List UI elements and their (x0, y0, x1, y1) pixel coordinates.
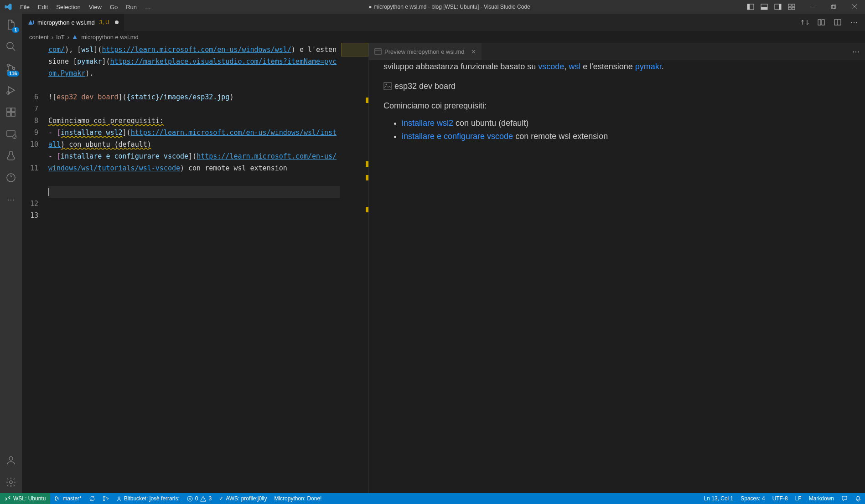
svg-rect-12 (832, 5, 836, 8)
svg-rect-11 (831, 5, 835, 9)
status-aws[interactable]: ✓ AWS: profile:j0lly (215, 493, 270, 504)
scm-badge: 116 (7, 71, 19, 77)
breadcrumb[interactable]: content › IoT › micropython e wsl.md (22, 31, 865, 43)
window-maximize-icon[interactable] (823, 0, 844, 14)
code-line[interactable]: - [installare e configurare vscode](http… (48, 150, 340, 174)
svg-rect-33 (384, 82, 391, 90)
activity-settings[interactable] (0, 471, 22, 493)
status-encoding[interactable]: UTF-8 (769, 493, 792, 504)
status-sync[interactable] (85, 493, 99, 504)
status-eol[interactable]: LF (792, 493, 805, 504)
svg-point-13 (7, 42, 13, 49)
minimap[interactable] (341, 43, 368, 493)
preview-link-vscode[interactable]: vscode (538, 62, 564, 71)
split-editor-icon[interactable] (831, 16, 844, 29)
code-line[interactable] (48, 79, 340, 91)
code-line[interactable]: ![esp32 dev board]({static}/images/esp32… (48, 91, 340, 103)
open-preview-side-icon[interactable] (815, 16, 828, 29)
close-tab-icon[interactable]: ✕ (471, 48, 476, 55)
preview-pane: Preview micropython e wsl.md ✕ ⋯ svilupp… (368, 43, 865, 493)
preview-link[interactable]: installare e configurare vscode (402, 132, 513, 141)
status-bitbucket[interactable]: Bitbucket: josè ferraris: (113, 493, 183, 504)
status-indentation[interactable]: Spaces: 4 (737, 493, 768, 504)
dirty-indicator-icon: ● (368, 4, 372, 10)
preview-link[interactable]: installare wsl2 (402, 118, 453, 128)
menu-file[interactable]: File (16, 0, 34, 14)
menu-view[interactable]: View (85, 0, 106, 14)
svg-rect-18 (7, 108, 10, 112)
menu-run[interactable]: Run (122, 0, 141, 14)
activity-explorer[interactable]: 1 (0, 14, 22, 36)
activity-pymakr[interactable] (0, 167, 22, 189)
tab-preview[interactable]: Preview micropython e wsl.md ✕ (369, 43, 482, 60)
menu-overflow[interactable]: … (141, 0, 155, 14)
status-feedback-icon[interactable] (838, 493, 851, 504)
preview-link-pymakr[interactable]: pymakr (635, 62, 662, 71)
window-title-text: micropython e wsl.md - blog [WSL: Ubuntu… (373, 4, 530, 10)
menu-edit[interactable]: Edit (34, 0, 52, 14)
window-minimize-icon[interactable] (802, 0, 823, 14)
code-line[interactable] (48, 174, 340, 186)
line-number: 8 (22, 115, 48, 127)
menu-selection[interactable]: Selection (52, 0, 84, 14)
svg-rect-21 (11, 108, 15, 112)
remote-icon (5, 495, 11, 502)
status-cursor-position[interactable]: Ln 13, Col 1 (700, 493, 737, 504)
svg-rect-27 (818, 20, 821, 25)
preview-more-icon[interactable]: ⋯ (852, 47, 860, 56)
activity-overflow[interactable]: ⋯ (0, 189, 22, 211)
status-git-graph[interactable] (99, 493, 113, 504)
toggle-secondary-sidebar-icon[interactable] (771, 3, 785, 10)
status-notifications-icon[interactable] (851, 493, 865, 504)
activity-extensions[interactable] (0, 101, 22, 123)
status-remote[interactable]: WSL: Ubuntu (0, 493, 50, 504)
activity-search[interactable] (0, 36, 22, 57)
code-line-current[interactable] (48, 186, 340, 198)
breadcrumb-item[interactable]: content (29, 34, 49, 41)
minimap-warning-mark (366, 175, 368, 180)
code-line[interactable]: - [installare wsl2](https://learn.micros… (48, 127, 340, 150)
markdown-file-icon (27, 19, 35, 26)
status-language[interactable]: Markdown (805, 493, 838, 504)
code-line[interactable] (48, 103, 340, 115)
compare-changes-icon[interactable] (798, 16, 811, 29)
status-problems[interactable]: 0 3 (183, 493, 215, 504)
activity-remote[interactable] (0, 123, 22, 145)
breadcrumb-item[interactable]: micropython e wsl.md (81, 34, 139, 41)
warning-icon (200, 496, 206, 502)
editor-more-icon[interactable]: ⋯ (848, 16, 860, 29)
line-number: 9 (22, 127, 48, 139)
code-editor[interactable]: 6 7 8 9 10 11 12 13 com/), [wsl](https:/… (22, 43, 368, 493)
activity-account[interactable] (0, 449, 22, 471)
svg-point-14 (7, 64, 10, 67)
toggle-panel-icon[interactable] (757, 3, 771, 10)
window-close-icon[interactable] (844, 0, 865, 14)
status-branch[interactable]: master* (50, 493, 85, 504)
code-content[interactable]: com/), [wsl](https://learn.microsoft.com… (48, 43, 368, 493)
activity-debug[interactable] (0, 79, 22, 101)
preview-link-wsl[interactable]: wsl (569, 62, 580, 71)
preview-content[interactable]: sviluppo abbastanza funzionale basato su… (369, 60, 865, 493)
minimap-viewport[interactable] (341, 43, 368, 57)
preview-tabs: Preview micropython e wsl.md ✕ ⋯ (369, 43, 865, 60)
menu-go[interactable]: Go (106, 0, 122, 14)
toggle-primary-sidebar-icon[interactable] (744, 3, 757, 10)
sync-icon (89, 495, 95, 502)
explorer-badge: 1 (12, 27, 19, 33)
code-line[interactable]: com/), [wsl](https://learn.microsoft.com… (48, 44, 340, 79)
image-alt-text: esp32 dev board (394, 80, 456, 93)
status-micropython[interactable]: Micropython: Done! (270, 493, 325, 504)
tab-micropython-wsl[interactable]: micropython e wsl.md 3, U (22, 14, 124, 31)
preview-paragraph: Cominciamo coi prerequisiti: (383, 99, 850, 113)
activity-scm[interactable]: 116 (0, 57, 22, 79)
git-branch-icon (54, 495, 60, 502)
svg-rect-3 (761, 7, 767, 10)
breadcrumb-item[interactable]: IoT (56, 34, 65, 41)
vscode-logo-icon (0, 3, 16, 11)
code-line[interactable]: Cominciamo coi prerequisiti: (48, 115, 340, 127)
activity-testing[interactable] (0, 145, 22, 167)
svg-point-16 (13, 67, 15, 70)
chevron-right-icon: › (67, 34, 69, 41)
activity-bar: 1 116 ⋯ (0, 14, 22, 493)
customize-layout-icon[interactable] (785, 3, 798, 10)
